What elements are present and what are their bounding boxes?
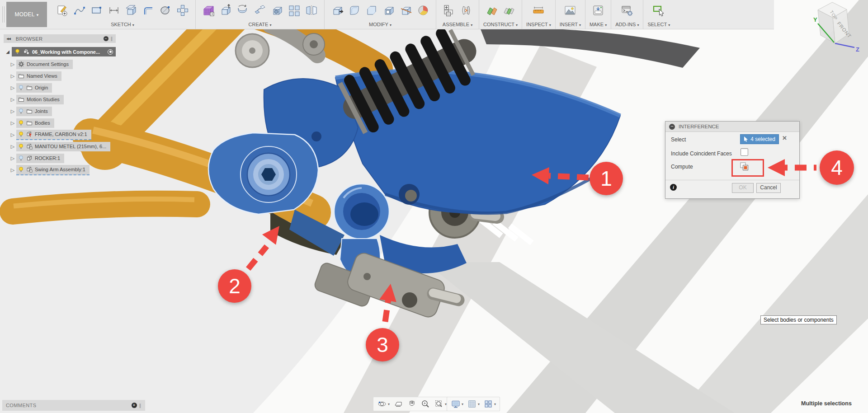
circle-icon[interactable]: [157, 2, 174, 19]
expand-arrow-icon[interactable]: ▷: [9, 120, 16, 126]
add-comment-icon[interactable]: +: [132, 403, 137, 408]
rectangle-icon[interactable]: [88, 2, 105, 19]
mirror-icon[interactable]: [303, 2, 320, 19]
visibility-bulb-icon[interactable]: [18, 120, 24, 126]
selection-button[interactable]: 4 selected: [740, 134, 779, 144]
split-icon[interactable]: [397, 2, 415, 19]
scripts-addins-icon[interactable]: [618, 2, 636, 19]
expand-arrow-icon[interactable]: ▷: [9, 61, 16, 67]
browser-header[interactable]: ◀◀ BROWSER − ∥: [4, 34, 116, 43]
viewport-canvas[interactable]: [0, 0, 868, 413]
include-coincident-checkbox[interactable]: [741, 148, 748, 156]
project-icon[interactable]: [123, 2, 140, 19]
browser-item-bodies[interactable]: ▷Bodies: [4, 117, 116, 129]
chevron-down-icon[interactable]: ▾: [462, 402, 463, 406]
measure-icon[interactable]: [530, 2, 547, 19]
collapse-panel-icon[interactable]: ◀◀: [6, 37, 10, 41]
hole-icon[interactable]: [269, 2, 286, 19]
visibility-bulb-icon[interactable]: [18, 143, 24, 150]
toolbar-menu-assemble[interactable]: ASSEMBLE: [443, 22, 472, 28]
workspace-switcher[interactable]: MODEL: [6, 2, 47, 27]
browser-item-named-views[interactable]: ▷Named Views: [4, 70, 116, 82]
sketch-fillet-icon[interactable]: [140, 2, 157, 19]
toolbar-menu-select[interactable]: SELECT: [647, 22, 670, 28]
clear-selection-icon[interactable]: ✕: [782, 135, 787, 141]
browser-root-row[interactable]: ◢ 06_Working with Compone...: [4, 47, 116, 56]
chevron-down-icon[interactable]: ▾: [478, 402, 480, 406]
expand-arrow-icon[interactable]: ▷: [9, 144, 16, 150]
chevron-down-icon[interactable]: ▾: [494, 402, 496, 406]
toolbar-drag-handle[interactable]: [2, 6, 5, 23]
cancel-button[interactable]: Cancel: [756, 183, 781, 193]
expand-arrow-icon[interactable]: ▷: [9, 167, 16, 173]
select-window-icon[interactable]: [650, 2, 667, 19]
move-sketch-icon[interactable]: [174, 2, 191, 19]
chamfer-icon[interactable]: [363, 2, 380, 19]
create-form-icon[interactable]: [200, 2, 217, 19]
toolbar-menu-insert[interactable]: INSERT: [560, 22, 581, 28]
pivot-cap[interactable]: [236, 34, 269, 67]
spline-icon[interactable]: [71, 2, 88, 19]
expand-arrow-icon[interactable]: ▷: [9, 132, 16, 138]
visibility-bulb-icon[interactable]: [18, 108, 24, 114]
fillet-icon[interactable]: [346, 2, 363, 19]
shell-icon[interactable]: [380, 2, 397, 19]
viewports-button[interactable]: ▾: [482, 398, 497, 410]
rocker-body[interactable]: [208, 133, 318, 214]
toolbar-menu-sketch[interactable]: SKETCH: [111, 22, 134, 28]
expand-arrow-icon[interactable]: ▷: [9, 73, 16, 79]
toolbar-menu-modify[interactable]: MODIFY: [369, 22, 392, 28]
expand-arrow-icon[interactable]: ▷: [9, 85, 16, 91]
dialog-header[interactable]: − INTERFERENCE: [665, 122, 799, 132]
browser-item-manitou-metel-215mm-6[interactable]: ▷MANITOU METEL (215mm), 6...: [4, 141, 116, 152]
pattern-icon[interactable]: [286, 2, 303, 19]
new-component-icon[interactable]: [440, 2, 458, 19]
info-icon[interactable]: i: [670, 184, 677, 191]
sweep-icon[interactable]: [251, 2, 269, 19]
orbit-button[interactable]: ▾: [376, 398, 391, 410]
toolbar-menu-construct[interactable]: CONSTRUCT: [483, 22, 518, 28]
visibility-bulb-icon[interactable]: [14, 48, 20, 56]
extrude-icon[interactable]: [217, 2, 234, 19]
display-settings-button[interactable]: ▾: [449, 398, 465, 410]
dialog-collapse-icon[interactable]: −: [669, 124, 675, 130]
ok-button[interactable]: OK: [732, 183, 754, 193]
browser-item-swing-arm-assembly-1[interactable]: ▷Swing Arm Assembly:1: [4, 164, 116, 176]
offset-plane-icon[interactable]: [483, 2, 500, 19]
browser-item-joints[interactable]: ▷Joints: [4, 105, 116, 117]
press-pull-icon[interactable]: [329, 2, 346, 19]
browser-item-frame-carbon-v2-1[interactable]: ▷FRAME, CARBON v2:1: [4, 129, 116, 141]
toolbar-menu-make[interactable]: MAKE: [590, 22, 607, 28]
visibility-bulb-icon[interactable]: [18, 166, 24, 173]
appearance-icon[interactable]: [415, 2, 432, 19]
grid-settings-button[interactable]: ▾: [466, 398, 481, 410]
window-zoom-button[interactable]: ▾: [433, 398, 448, 410]
browser-item-motion-studies[interactable]: ▷Motion Studies: [4, 94, 116, 105]
browser-item-rocker-1[interactable]: ▷ROCKER:1: [4, 152, 116, 164]
comments-resize-handle[interactable]: ∥: [139, 403, 142, 408]
create-sketch-icon[interactable]: [54, 2, 71, 19]
browser-options-icon[interactable]: −: [104, 36, 108, 41]
expand-arrow-icon[interactable]: ▷: [9, 155, 16, 161]
visibility-bulb-icon[interactable]: [18, 131, 24, 137]
browser-item-document-settings[interactable]: ▷Document Settings: [4, 58, 116, 70]
3d-print-icon[interactable]: [590, 2, 607, 19]
toolbar-menu-create[interactable]: CREATE: [249, 22, 272, 28]
activate-component-radio[interactable]: [108, 49, 113, 55]
zoom-button[interactable]: [419, 398, 432, 410]
chevron-down-icon[interactable]: ▾: [388, 402, 390, 406]
browser-resize-handle[interactable]: ∥: [111, 36, 113, 41]
revolve-icon[interactable]: [234, 2, 251, 19]
midplane-icon[interactable]: [500, 2, 518, 19]
sketch-dimension-icon[interactable]: [105, 2, 123, 19]
visibility-bulb-icon[interactable]: [14, 48, 20, 55]
pivot-boss[interactable]: [334, 184, 389, 239]
look-at-button[interactable]: [392, 398, 405, 410]
visibility-bulb-icon[interactable]: [18, 84, 24, 91]
toolbar-menu-inspect[interactable]: INSPECT: [526, 22, 551, 28]
toolbar-menu-add-ins[interactable]: ADD-INS: [615, 22, 639, 28]
collapse-arrow-icon[interactable]: ◢: [4, 49, 12, 54]
browser-item-origin[interactable]: ▷Origin: [4, 82, 116, 94]
insert-image-icon[interactable]: [561, 2, 579, 19]
pan-button[interactable]: [406, 398, 418, 410]
